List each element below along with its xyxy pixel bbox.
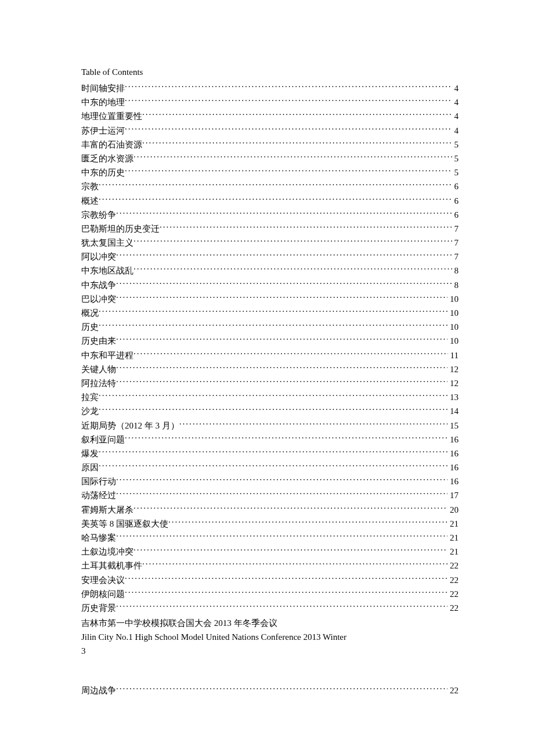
toc-entry-label: 历史 [81, 320, 99, 334]
toc-entry-page: 14 [448, 404, 459, 418]
toc-entry-page: 5 [452, 152, 459, 165]
toc-entry[interactable]: 匮乏的水资源 5 [81, 152, 459, 165]
toc-entry[interactable]: 拉宾13 [81, 390, 459, 404]
toc-entry-page: 7 [452, 250, 459, 264]
toc-dots [99, 181, 452, 189]
toc-entry-label: 动荡经过 [81, 488, 116, 502]
toc-entry[interactable]: 中东的历史5 [81, 165, 459, 179]
toc-entry-page: 4 [452, 81, 459, 95]
toc-entry-page: 10 [448, 320, 459, 334]
toc-entry-page: 21 [448, 531, 459, 545]
toc-entry-page: 5 [452, 138, 459, 152]
toc-entry[interactable]: 中东战争8 [81, 278, 459, 292]
toc-entry[interactable]: 安理会决议 22 [81, 573, 459, 587]
toc-entry-label: 阿以冲突 [81, 250, 116, 264]
toc-entry-label: 周边战争 [81, 683, 116, 697]
toc-entry-label: 宗教 [81, 179, 99, 193]
toc-entry-label: 犹太复国主义 [81, 236, 134, 250]
toc-entry[interactable]: 动荡经过 17 [81, 488, 459, 502]
toc-dots [179, 420, 448, 429]
toc-dots [125, 167, 452, 175]
toc-entry-label: 历史由来 [81, 334, 116, 348]
toc-entry-page: 17 [448, 488, 459, 502]
toc-entry[interactable]: 巴以冲突10 [81, 292, 459, 306]
toc-entry[interactable]: 原因 16 [81, 460, 459, 474]
toc-entry[interactable]: 概述6 [81, 194, 459, 208]
toc-dots [134, 153, 452, 161]
toc-entry[interactable]: 霍姆斯大屠杀 20 [81, 503, 459, 517]
toc-entry[interactable]: 宗教纷争6 [81, 208, 459, 222]
toc-entry-page: 22 [448, 573, 459, 587]
toc-entry[interactable]: 沙龙14 [81, 404, 459, 418]
toc-list: 时间轴安排4中东的地理4地理位置重要性 4苏伊士运河 4丰富的石油资源 5匮乏的… [81, 81, 459, 615]
toc-entry-label: 历史背景 [81, 601, 116, 615]
toc-entry-label: 关键人物 [81, 362, 116, 376]
toc-entry-label: 沙龙 [81, 404, 99, 418]
toc-dots [116, 293, 448, 302]
toc-entry[interactable]: 历史背景 22 [81, 601, 459, 615]
toc-dots [116, 602, 448, 611]
toc-dots [116, 363, 448, 372]
toc-entry[interactable]: 近期局势（2012 年 3 月） 15 [81, 419, 459, 433]
toc-dots [142, 110, 452, 119]
toc-dots [134, 237, 452, 246]
toc-dots [116, 685, 448, 693]
toc-title: Table of Contents [81, 65, 459, 79]
toc-entry-label: 巴以冲突 [81, 292, 116, 306]
toc-entry[interactable]: 叙利亚问题16 [81, 433, 459, 447]
toc-entry-page: 4 [452, 95, 459, 109]
toc-dots [99, 405, 448, 414]
toc-entry-label: 土叙边境冲突 [81, 545, 134, 559]
toc-dots [134, 546, 448, 555]
toc-entry-page: 16 [448, 433, 459, 447]
toc-entry[interactable]: 哈马惨案 21 [81, 531, 459, 545]
toc-entry-page: 6 [452, 208, 459, 222]
toc-entry[interactable]: 美英等 8 国驱逐叙大使 21 [81, 517, 459, 531]
toc-entry[interactable]: 时间轴安排4 [81, 81, 459, 95]
toc-entry-label: 爆发 [81, 447, 99, 460]
toc-entry-label: 美英等 8 国驱逐叙大使 [81, 517, 168, 531]
toc-dots [142, 139, 452, 147]
toc-entry[interactable]: 关键人物 12 [81, 362, 459, 376]
toc-entry[interactable]: 丰富的石油资源 5 [81, 138, 459, 152]
footer-line-en: Jilin City No.1 High School Model United… [81, 630, 459, 644]
toc-entry-label: 国际行动 [81, 474, 116, 488]
toc-entry-label: 宗教纷争 [81, 208, 116, 222]
toc-entry-page: 16 [448, 447, 459, 460]
toc-entry-label: 中东和平进程 [81, 348, 134, 362]
toc-entry-label: 概况 [81, 306, 99, 320]
toc-entry[interactable]: 历史由来10 [81, 334, 459, 348]
toc-dots [125, 125, 452, 134]
toc-dots [134, 350, 448, 358]
toc-entry[interactable]: 概况 10 [81, 306, 459, 320]
toc-entry-page: 12 [448, 376, 459, 390]
toc-entry[interactable]: 阿以冲突7 [81, 250, 459, 264]
toc-dots [125, 82, 452, 91]
toc-entry-label: 霍姆斯大屠杀 [81, 503, 134, 517]
toc-entry[interactable]: 周边战争 22 [81, 683, 459, 697]
toc-entry[interactable]: 中东地区战乱 8 [81, 264, 459, 278]
toc-entry-page: 16 [448, 460, 459, 474]
toc-entry[interactable]: 历史 10 [81, 320, 459, 334]
toc-entry[interactable]: 土叙边境冲突 21 [81, 545, 459, 559]
toc-entry-label: 中东的历史 [81, 165, 125, 179]
toc-entry[interactable]: 伊朗核问题22 [81, 587, 459, 601]
toc-entry[interactable]: 犹太复国主义7 [81, 236, 459, 250]
toc-entry[interactable]: 爆发 16 [81, 447, 459, 460]
toc-entry[interactable]: 国际行动 16 [81, 474, 459, 488]
toc-entry[interactable]: 苏伊士运河 4 [81, 124, 459, 138]
toc-dots [99, 391, 448, 400]
toc-entry[interactable]: 中东的地理4 [81, 95, 459, 109]
toc-entry[interactable]: 土耳其截机事件 22 [81, 559, 459, 573]
toc-entry[interactable]: 阿拉法特12 [81, 376, 459, 390]
toc-dots [116, 489, 448, 498]
toc-entry-label: 哈马惨案 [81, 531, 116, 545]
toc-entry-label: 时间轴安排 [81, 81, 125, 95]
toc-entry[interactable]: 巴勒斯坦的历史变迁 7 [81, 222, 459, 236]
toc-entry-page: 10 [448, 334, 459, 348]
toc-entry-page: 21 [448, 517, 459, 531]
toc-entry[interactable]: 地理位置重要性 4 [81, 109, 459, 123]
toc-entry[interactable]: 中东和平进程11 [81, 348, 459, 362]
toc-entry-page: 6 [452, 179, 459, 193]
toc-entry[interactable]: 宗教 6 [81, 179, 459, 193]
